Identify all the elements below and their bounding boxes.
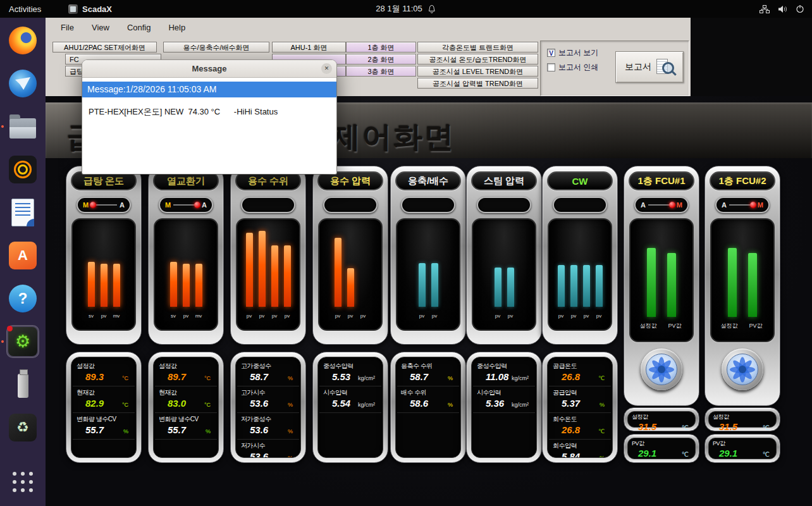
toolbar-button[interactable]: 공조시설 LEVEL TREND화면 [417, 66, 538, 77]
checkbox-checked-icon[interactable]: V [547, 49, 555, 57]
panel-title: 급탕 온도 [83, 175, 124, 187]
readout-frame: 공급온도26.8℃공급압력5.37%회수온도26.8℃회수압력5.84% [542, 352, 618, 463]
readout-unit: °C [122, 402, 128, 408]
status-lens [323, 197, 378, 213]
readout-unit: ℃ [682, 451, 689, 458]
readout-label: 변화량 냉수CV [159, 415, 213, 424]
bar-label: sv [170, 313, 177, 319]
readout-unit: % [288, 455, 293, 458]
gauge-frame: 용수 수위pvpvpvpv [230, 166, 306, 345]
gauge-frame: 응축/배수pvpv [390, 166, 466, 345]
dock-item-firefox[interactable] [6, 24, 39, 57]
bar-label: pv [335, 313, 341, 319]
toolbar-button[interactable]: 용수/응축수/배수화면 [163, 42, 269, 52]
volume-icon [778, 5, 787, 13]
app-grid-icon [13, 472, 33, 492]
bar-label: pv [596, 313, 603, 319]
toolbar-button[interactable]: 각층온도별 트랜드화면 [417, 42, 538, 52]
mode-toggle[interactable]: MA [77, 197, 131, 213]
menu-item-config[interactable]: Config [118, 20, 160, 35]
mode-toggle[interactable]: AM [715, 197, 770, 213]
dock-item-trash[interactable]: ♻ [6, 411, 39, 444]
report-view-option[interactable]: V 보고서 보기 [547, 47, 598, 58]
readout-row: PV값29.1℃ [713, 440, 772, 459]
panel-header: 응축/배수 [395, 171, 461, 190]
readout-label: 설정값 [632, 413, 691, 421]
menu-item-help[interactable]: Help [159, 20, 194, 35]
gauge-screen: pvpv [472, 218, 536, 331]
readout-value: 89.3 [85, 371, 104, 382]
bar [748, 253, 757, 317]
bar-graph [319, 228, 381, 307]
readout-label: 응축수 수위 [401, 362, 455, 371]
system-indicators[interactable] [760, 0, 804, 18]
bar-graph-labels: pvpv [473, 313, 535, 319]
dialog-titlebar[interactable]: Message ✕ [82, 60, 336, 78]
bar [259, 231, 266, 307]
dock-item-help[interactable]: ? [6, 282, 39, 315]
panel-title: 열교환기 [167, 175, 205, 187]
readout-row: 회수온도26.8℃ [549, 413, 611, 440]
dock-item-media-player[interactable] [6, 153, 39, 186]
panel-title: 용수 압력 [330, 175, 371, 187]
mode-toggle[interactable]: AM [634, 197, 689, 213]
message-list-item-selected[interactable]: Message:1/28/2026 11:05:03 AM [82, 82, 336, 97]
menu-item-view[interactable]: View [83, 20, 118, 35]
readout-unit: ℃ [763, 451, 770, 458]
report-button-label: 보고서 [625, 61, 651, 73]
dock-item-files[interactable] [6, 110, 39, 143]
readout-pill: 설정값31.5℃ [624, 407, 699, 431]
dock-item-scadax[interactable]: ⚙ [6, 325, 39, 358]
toggle-knob [90, 202, 96, 208]
bar-label: 설정값 [638, 322, 658, 330]
toolbar-button[interactable]: 공조시설 압력별 TREND화면 [417, 78, 538, 89]
toggle-left-label: M [165, 201, 171, 209]
dock-item-usb-drive[interactable] [6, 368, 39, 401]
bar-label: pv [558, 313, 565, 319]
menu-item-file[interactable]: File [52, 20, 83, 35]
report-print-option[interactable]: 보고서 인쇄 [547, 62, 598, 73]
readout-row: 저가중성수53.6% [237, 413, 299, 440]
toolbar-button[interactable]: AHU1/2PAC SET제어화면 [52, 42, 157, 52]
panel-title: 1층 FCU#1 [637, 175, 685, 187]
activities-button[interactable]: Activities [9, 0, 41, 18]
report-button[interactable]: 보고서 [615, 51, 684, 83]
readout-label: 중성수압력 [477, 362, 531, 371]
toolbar-button[interactable]: 2층 화면 [346, 54, 416, 65]
focused-app-menu[interactable]: ScadaX [68, 0, 112, 18]
dock-item-libreoffice-writer[interactable] [6, 196, 39, 229]
toolbar-button[interactable]: 3층 화면 [346, 66, 416, 77]
toggle-right-label: M [677, 201, 682, 209]
bar-label: pv [284, 313, 291, 319]
readout-unit: % [206, 428, 211, 435]
gauge-frame: 급탕 온도MAsvpvmv [66, 166, 142, 345]
gauge-screen: pvpvpvpv [548, 218, 612, 331]
toggle-knob [669, 202, 675, 208]
readout-row: 시수압력5.36kg/cm² [473, 386, 535, 413]
readout-row: 설정값31.5℃ [713, 413, 772, 432]
clock-menu[interactable]: 28 1월 11:05 [376, 0, 436, 18]
mode-toggle[interactable]: MA [159, 197, 213, 213]
bar-graph [397, 228, 459, 307]
dialog-close-button[interactable]: ✕ [321, 63, 332, 74]
bar-label: pv [507, 313, 514, 319]
dock-item-thunderbird[interactable] [6, 67, 39, 100]
readout-row: 중성수압력5.53kg/cm² [319, 360, 381, 386]
readout-label: 회수온도 [553, 415, 607, 424]
bar-label: pv [101, 313, 108, 319]
libreoffice-writer-icon [11, 199, 34, 226]
trash-icon: ♻ [9, 414, 37, 441]
bar [88, 262, 95, 307]
dock-item-app-grid[interactable] [6, 466, 39, 498]
toolbar-button[interactable]: AHU-1 화면 [272, 42, 346, 52]
toolbar-button[interactable]: 1층 화면 [346, 42, 416, 52]
toolbar-button[interactable]: 공조시설 온도/습도TREND화면 [417, 54, 538, 65]
readout-row: PV값29.1℃ [632, 440, 691, 459]
gauge-panel-p1: 급탕 온도MAsvpvmv설정값89.3°C현재값82.9°C변화량 냉수CV5… [66, 166, 142, 506]
dock-item-ubuntu-software[interactable]: A [6, 239, 39, 272]
readout-screen: 설정값31.5℃ [627, 411, 696, 428]
checkbox-unchecked-icon[interactable] [547, 63, 555, 71]
bar-label: PV값 [665, 322, 685, 330]
report-magnifier-icon [655, 58, 674, 76]
fan-icon [646, 354, 677, 385]
